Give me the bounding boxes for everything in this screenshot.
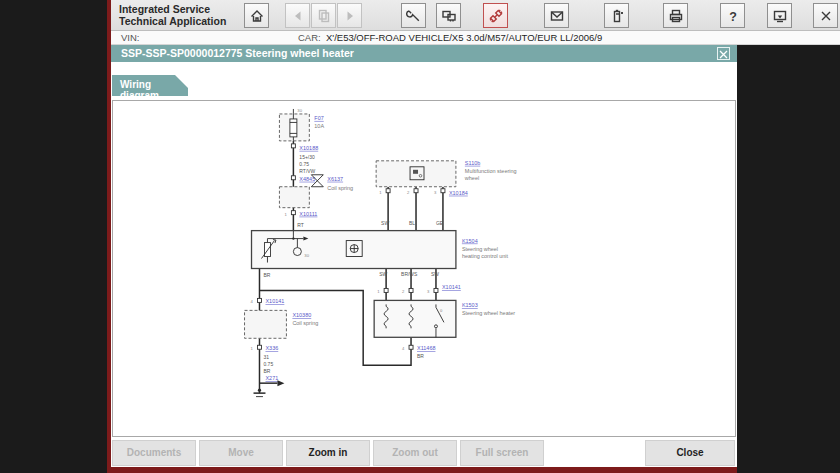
- pin-number: 2: [402, 289, 405, 294]
- screen-minimize-button[interactable]: [767, 3, 792, 28]
- battery-icon: [609, 8, 625, 24]
- document-close-button[interactable]: [717, 47, 730, 60]
- mfl-name-2: wheel: [464, 175, 479, 181]
- top-toolbar: Integrated Service Technical Application: [111, 0, 840, 31]
- wrench-icon: [406, 8, 422, 24]
- pin-number: 1: [377, 289, 380, 294]
- connector-symbol: [409, 345, 413, 349]
- fuse-component: 30: [279, 108, 309, 141]
- help-icon: ?: [725, 8, 741, 24]
- forward-arrow-icon: [342, 8, 358, 24]
- document-title: SSP-SSP-SP0000012775 Steering wheel heat…: [121, 47, 354, 59]
- help-button[interactable]: ?: [720, 3, 745, 28]
- print-button[interactable]: [663, 3, 688, 28]
- wire-info: 31: [263, 354, 269, 360]
- dual-display-icon: [441, 8, 457, 24]
- ground-symbol: [254, 389, 266, 397]
- coil-spring-top-label: Coil spring: [327, 185, 353, 191]
- connector-x336-link[interactable]: X336: [265, 345, 278, 351]
- wire-color-label: SW: [381, 220, 389, 226]
- fuse-pin-label: 30: [297, 108, 302, 113]
- control-unit-code-link[interactable]: K1504: [462, 238, 478, 244]
- connector-symbol: [291, 176, 295, 180]
- document-header: SSP-SSP-SP0000012775 Steering wheel heat…: [111, 45, 737, 62]
- wire-color-label: GE: [436, 220, 444, 226]
- zoom-out-button[interactable]: Zoom out: [373, 440, 457, 466]
- workshop-tools-button[interactable]: [401, 3, 426, 28]
- wire-info: RT/VW: [299, 168, 315, 174]
- app-title-line1: Integrated Service: [119, 3, 226, 15]
- connector-x11468-link[interactable]: X11468: [417, 345, 435, 351]
- mail-icon: [549, 8, 565, 24]
- vehicle-connection-button[interactable]: [483, 3, 508, 28]
- full-screen-button[interactable]: Full screen: [460, 440, 544, 466]
- back-arrow-icon: [290, 8, 306, 24]
- mfl-code-link[interactable]: S110b: [465, 160, 480, 166]
- tab-wiring-diagram[interactable]: Wiring diagram: [112, 75, 188, 96]
- car-label: CAR:: [298, 32, 321, 43]
- fuse-rating: 10A: [314, 123, 324, 129]
- move-button[interactable]: Move: [199, 440, 283, 466]
- vin-label: VIN:: [121, 32, 139, 43]
- forward-button[interactable]: [337, 3, 362, 28]
- wire-color-label: RT: [297, 222, 304, 228]
- close-icon: [719, 45, 728, 63]
- connector-x10141-link[interactable]: X10141: [265, 298, 284, 304]
- switch-code-link[interactable]: X6137: [327, 176, 343, 182]
- car-value: X'/E53/OFF-ROAD VEHICLE/X5 3.0d/M57/AUTO…: [326, 32, 602, 43]
- control-unit-name-1: Steering wheel: [462, 246, 498, 252]
- zoom-in-button[interactable]: Zoom in: [286, 440, 370, 466]
- pin-number: 4: [402, 346, 405, 351]
- pin-number: 1: [284, 212, 287, 217]
- connector-x10188-link[interactable]: X10188: [299, 145, 318, 151]
- application-window: Integrated Service Technical Application: [0, 0, 840, 473]
- battery-button[interactable]: [604, 3, 629, 28]
- mfl-component: [376, 161, 456, 187]
- mfl-name-1: Multifunction steering: [465, 168, 517, 174]
- mail-button[interactable]: [544, 3, 569, 28]
- heater-component: θ: [374, 300, 456, 337]
- close-button[interactable]: Close: [645, 440, 735, 466]
- fuse-code-link[interactable]: F07: [314, 115, 323, 121]
- printer-icon: [668, 8, 684, 24]
- home-icon: [249, 8, 265, 24]
- connector-x10111-link[interactable]: X10111: [299, 211, 317, 217]
- connector-symbol: [291, 211, 295, 215]
- wire-info: BR: [263, 368, 270, 374]
- heater-code-link[interactable]: K1503: [462, 302, 478, 308]
- documents-button[interactable]: Documents: [112, 440, 196, 466]
- home-button[interactable]: [244, 3, 269, 28]
- main-panel: SSP-SSP-SP0000012775 Steering wheel heat…: [111, 45, 737, 467]
- app-title: Integrated Service Technical Application: [119, 3, 226, 27]
- pin-number: 4: [251, 299, 254, 304]
- wire-info: 0.75: [263, 361, 273, 367]
- wiring-diagram-panel[interactable]: 30 F07 10A X10188 15+/30 0.75 RT/VW X484…: [112, 100, 736, 437]
- history-documents-button[interactable]: [311, 3, 336, 28]
- coil-spring-code-link[interactable]: X10380: [292, 312, 311, 318]
- wire-color-label: SW: [379, 271, 387, 277]
- coil-spring-bottom-component: [245, 310, 287, 338]
- app-close-button[interactable]: [813, 3, 838, 28]
- dual-display-button[interactable]: [436, 3, 461, 28]
- pin-number: 1: [251, 346, 254, 351]
- connector-x10141-heater-link[interactable]: X10141: [442, 284, 461, 290]
- vehicle-info-bar: VIN: CAR: X'/E53/OFF-ROAD VEHICLE/X5 3.0…: [111, 31, 840, 45]
- screen-minimize-icon: [772, 8, 788, 24]
- pin-number: 3: [434, 190, 437, 195]
- connector-x10184-link[interactable]: X10184: [449, 190, 468, 196]
- mfl-pin-row: 1 2 3: [379, 189, 445, 195]
- pin-number: 1: [379, 190, 382, 195]
- close-icon: [818, 8, 834, 24]
- connector-symbol: [257, 345, 261, 349]
- vehicle-connection-icon: [488, 8, 504, 24]
- wire-color-label: BR/WS: [401, 271, 418, 277]
- wiring-diagram: 30 F07 10A X10188 15+/30 0.75 RT/VW X484…: [113, 101, 735, 436]
- wire-color-label: SW: [431, 271, 439, 277]
- app-title-line2: Technical Application: [119, 15, 226, 27]
- pin-number: 2: [407, 190, 410, 195]
- ground-connector-x271-link[interactable]: X271: [265, 375, 278, 381]
- heater-name: Steering wheel heater: [462, 310, 515, 316]
- connector-symbol: [291, 144, 295, 148]
- back-button[interactable]: [285, 3, 310, 28]
- footer-button-bar: Documents Move Zoom in Zoom out Full scr…: [111, 440, 737, 467]
